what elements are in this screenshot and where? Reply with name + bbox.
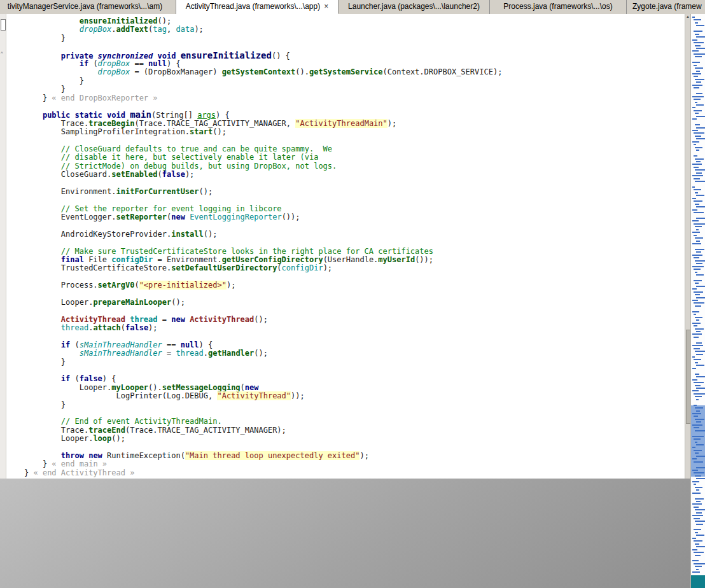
minimap-code-mark xyxy=(695,181,705,182)
code-line: Looper.prepareMainLooper(); xyxy=(24,298,685,307)
minimap-code-mark xyxy=(694,65,697,66)
minimap-code-mark xyxy=(694,223,705,225)
tab-bar: tivityManagerService.java (frameworks\..… xyxy=(0,0,705,14)
minimap-code-mark xyxy=(692,118,697,120)
code-line: if (dropBox == null) { xyxy=(24,60,685,68)
code-line: } « end DropBoxReporter » xyxy=(24,94,685,102)
minimap-code-mark xyxy=(694,53,705,55)
minimap-code-mark xyxy=(692,368,696,369)
minimap-code-mark xyxy=(696,36,705,38)
code-line: if (sMainThreadHandler == null) { xyxy=(24,341,685,349)
minimap-code-mark xyxy=(695,385,701,386)
code-line: // disable it here, but selectively enab… xyxy=(24,153,685,162)
tab-label: Launcher.java (packages\...\launcher2) xyxy=(348,2,480,11)
minimap-code-mark xyxy=(692,85,702,86)
minimap-code-mark xyxy=(696,342,702,344)
minimap-code-mark xyxy=(695,204,699,205)
code-line xyxy=(24,444,685,452)
minimap-code-mark xyxy=(696,263,702,264)
minimap-code-mark xyxy=(694,552,704,553)
tab-close-icon[interactable]: × xyxy=(324,2,328,11)
vertical-scrollbar[interactable]: ▲ xyxy=(685,14,690,479)
code-line xyxy=(24,290,685,298)
minimap-code-mark xyxy=(694,110,702,111)
minimap-code-mark xyxy=(696,535,704,536)
code-line: // Make sure TrustedCertificateStore loo… xyxy=(24,248,685,256)
tab-launcher[interactable]: Launcher.java (packages\...\launcher2) xyxy=(339,0,490,14)
minimap-code-mark xyxy=(695,45,701,46)
minimap-code-mark xyxy=(692,560,699,561)
code-line: Trace.traceEnd(Trace.TRACE_TAG_ACTIVITY_… xyxy=(24,426,685,435)
code-line: ActivityThread thread = new ActivityThre… xyxy=(24,316,685,324)
minimap-code-mark xyxy=(695,283,699,284)
code-line: if (false) { xyxy=(24,375,685,383)
minimap-code-mark xyxy=(695,317,702,318)
code-line xyxy=(24,136,685,144)
minimap-code-mark xyxy=(692,503,702,505)
minimap-code-mark xyxy=(696,512,702,514)
margin-box[interactable] xyxy=(1,19,6,31)
code-line: thread.attach(false); xyxy=(24,324,685,332)
minimap-code-mark xyxy=(692,198,696,199)
minimap-code-mark xyxy=(694,393,705,395)
minimap-code-mark xyxy=(695,260,705,262)
code-line: public static void main(String[] args) { xyxy=(24,111,685,119)
minimap-code-mark xyxy=(695,521,705,522)
minimap-code-mark xyxy=(694,212,704,213)
minimap-code-mark xyxy=(696,524,703,525)
minimap-code-mark xyxy=(694,235,697,236)
collapse-caret-icon[interactable]: ^ xyxy=(1,51,3,56)
minimap-code-mark xyxy=(696,195,704,196)
minimap-code-mark xyxy=(696,251,701,253)
minimap-code-mark xyxy=(695,113,699,114)
minimap-code-mark xyxy=(694,189,701,190)
code-line xyxy=(24,196,685,204)
minimap-code-mark xyxy=(696,218,705,219)
minimap-code-mark xyxy=(695,124,700,125)
minimap-code-mark xyxy=(692,96,704,97)
minimap-code-mark xyxy=(696,48,705,49)
minimap-code-mark xyxy=(695,566,702,567)
code-line xyxy=(24,179,685,187)
minimap-viewport-highlight[interactable] xyxy=(691,405,705,477)
minimap-code-mark xyxy=(696,399,699,400)
minimap-code-mark xyxy=(692,311,699,312)
tab-label: Zygote.java (framew xyxy=(632,2,702,11)
code-line: } « end main » xyxy=(24,460,685,468)
minimap-code-mark xyxy=(692,538,696,539)
tab-zygote[interactable]: Zygote.java (framew xyxy=(627,0,705,14)
code-line: // StrictMode) on debug builds, but usin… xyxy=(24,162,685,171)
code-line xyxy=(24,221,685,230)
minimap-code-mark xyxy=(692,481,699,482)
code-area[interactable]: ensureInitialized(); dropBox.addText(tag… xyxy=(6,14,685,479)
tab-activity-thread[interactable]: ActivityThread.java (frameworks\...\app)… xyxy=(176,0,339,14)
minimap-code-mark xyxy=(696,388,705,389)
minimap-code-mark xyxy=(696,286,705,287)
code-line: } xyxy=(24,77,685,85)
minimap-code-mark xyxy=(694,200,702,202)
code-line: } xyxy=(24,34,685,43)
minimap-code-mark xyxy=(694,540,702,542)
tab-label: tivityManagerService.java (frameworks\..… xyxy=(8,2,162,11)
minimap-code-mark xyxy=(696,138,705,139)
minimap-code-mark xyxy=(694,19,701,20)
code-line: dropBox = (DropBoxManager) getSystemCont… xyxy=(24,68,685,76)
code-line: throw new RuntimeException("Main thread … xyxy=(24,452,685,460)
minimap-code-mark xyxy=(692,493,701,494)
minimap-code-mark xyxy=(696,501,701,502)
tab-process[interactable]: Process.java (frameworks\...\os) xyxy=(490,0,627,14)
minimap-code-mark xyxy=(696,116,705,117)
minimap-code-mark xyxy=(694,155,697,157)
minimap-code-mark xyxy=(695,351,705,352)
minimap[interactable] xyxy=(690,14,705,588)
minimap-code-mark xyxy=(692,209,697,211)
minimap-code-mark xyxy=(695,147,702,148)
code-line: // CloseGuard defaults to true and can b… xyxy=(24,145,685,153)
minimap-code-mark xyxy=(694,382,704,383)
minimap-code-mark xyxy=(695,56,702,57)
minimap-code-mark xyxy=(694,178,700,179)
tab-activity-manager-service[interactable]: tivityManagerService.java (frameworks\..… xyxy=(0,0,176,14)
minimap-code-mark xyxy=(695,487,702,488)
minimap-code-mark xyxy=(694,348,700,349)
scroll-up-arrow-icon[interactable]: ▲ xyxy=(685,14,690,20)
